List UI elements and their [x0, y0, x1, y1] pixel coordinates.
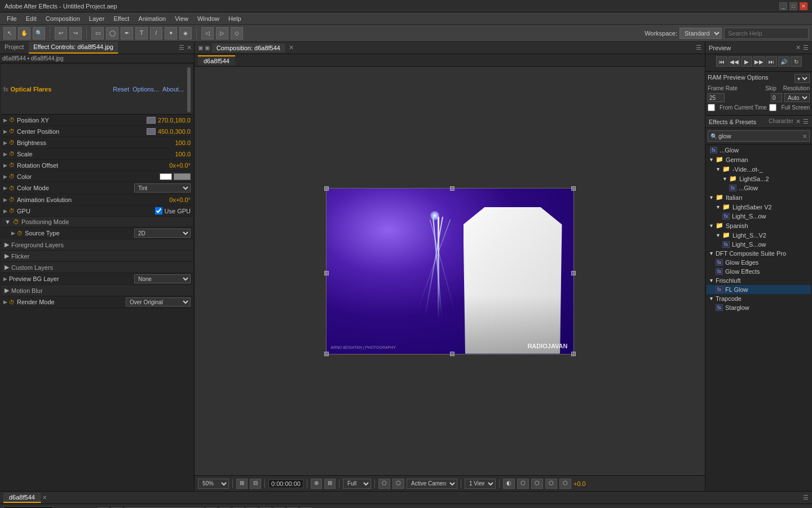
- comp-tab-main[interactable]: Composition: d6a8f544: [212, 43, 285, 52]
- stopwatch-icon-brightness[interactable]: ⏱: [9, 139, 15, 146]
- menu-file[interactable]: File: [2, 14, 21, 23]
- close-button[interactable]: ✕: [800, 2, 807, 10]
- toggle-checkerboard-btn[interactable]: ⬡: [392, 479, 404, 489]
- reset-exposure-btn[interactable]: ⬡: [559, 479, 571, 489]
- effects-search-input[interactable]: [718, 133, 802, 139]
- transform-handle-tm[interactable]: [450, 186, 454, 191]
- color-mode-dropdown[interactable]: Tint: [134, 183, 191, 192]
- menu-edit[interactable]: Edit: [21, 14, 41, 23]
- tree-folder-italian[interactable]: ▼ 📁 Italian: [707, 192, 811, 202]
- menu-view[interactable]: View: [170, 14, 193, 23]
- tool-nav2[interactable]: ▷: [216, 27, 228, 40]
- step-fwd-btn[interactable]: ▶▶: [753, 56, 765, 67]
- resolution-select[interactable]: Auto: [784, 93, 810, 102]
- preview-bg-dropdown[interactable]: None: [134, 274, 191, 283]
- tree-folder-lightsaber2[interactable]: ▼ 📁 LightSa...2: [707, 174, 811, 183]
- crosshair-icon[interactable]: [147, 117, 156, 124]
- tab-effect-controls[interactable]: Effect Controls: d6a8f544.jpg: [29, 42, 118, 54]
- timeline-tab-main[interactable]: d6a8f544: [3, 493, 41, 503]
- ram-options-dropdown[interactable]: ▾: [795, 74, 810, 83]
- preview-menu[interactable]: ☰: [803, 44, 809, 51]
- menu-layer[interactable]: Layer: [85, 14, 109, 23]
- comp-tab-close[interactable]: ✕: [289, 44, 294, 51]
- tree-folder-spanish[interactable]: ▼ 📁 Spanish: [707, 221, 811, 230]
- clear-search-icon[interactable]: ✕: [802, 133, 807, 139]
- camera-select[interactable]: Active Camera: [407, 479, 457, 489]
- tree-effect-light-it[interactable]: fx Light_S...ow: [707, 212, 811, 221]
- stopwatch-icon-anim[interactable]: ⏱: [9, 196, 15, 203]
- section-foreground-layers[interactable]: ▶ Foreground Layers: [1, 239, 193, 251]
- search-input[interactable]: [724, 28, 809, 39]
- twirl-rotation[interactable]: ▶: [3, 163, 7, 168]
- twirl-position-xy[interactable]: ▶: [3, 117, 7, 123]
- loop-btn[interactable]: ↻: [791, 56, 802, 67]
- tree-effect-light-sp[interactable]: fx Light_S...ow: [707, 240, 811, 249]
- timeline-tab-close[interactable]: ✕: [42, 494, 47, 501]
- transform-handle-mr[interactable]: [571, 271, 576, 275]
- tree-item-glow-top[interactable]: fx ...Glow: [707, 146, 811, 155]
- crosshair-icon-2[interactable]: [147, 128, 156, 135]
- stopwatch-render-mode[interactable]: ⏱: [9, 299, 15, 305]
- twirl-color[interactable]: ▶: [3, 174, 7, 179]
- tab-project[interactable]: Project: [0, 42, 29, 54]
- full-screen-checkbox[interactable]: [769, 104, 776, 111]
- stopwatch-icon-rotation[interactable]: ⏱: [9, 162, 15, 168]
- tree-folder-lightsaberv2[interactable]: ▼ 📁 LightSaber V2: [707, 202, 811, 212]
- grid-btn[interactable]: ⊞: [324, 479, 336, 489]
- tree-folder-video[interactable]: ▼ 📁 -Vide...ot-_: [707, 164, 811, 174]
- reset-button[interactable]: Reset: [113, 86, 129, 93]
- effects-menu[interactable]: ☰: [803, 118, 809, 125]
- tree-group-trapcode[interactable]: ▼ Trapcode: [707, 294, 811, 303]
- play-stop-btn[interactable]: ▶: [741, 56, 752, 67]
- tool-rect[interactable]: ▭: [91, 27, 104, 40]
- effects-tab-alt[interactable]: Character: [769, 118, 793, 125]
- twirl-preview-bg[interactable]: ▶: [3, 276, 7, 282]
- tree-effect-starglow[interactable]: fx Starglow: [707, 303, 811, 312]
- about-button[interactable]: About...: [162, 86, 184, 93]
- snap-btn[interactable]: ⊕: [311, 479, 322, 489]
- tree-folder-german[interactable]: ▼ 📁 German: [707, 155, 811, 164]
- tool-select[interactable]: ↖: [3, 27, 16, 40]
- tree-group-frischluft[interactable]: ▼ Frischluft: [707, 276, 811, 285]
- transform-handle-tl[interactable]: [324, 186, 329, 191]
- stopwatch-icon-colormode[interactable]: ⏱: [9, 185, 15, 191]
- section-custom-layers[interactable]: ▶ Custom Layers: [1, 262, 193, 273]
- transform-handle-bm[interactable]: [450, 352, 454, 356]
- gpu-checkbox[interactable]: [155, 207, 162, 214]
- prop-value-brightness[interactable]: 100.0: [175, 139, 191, 146]
- step-back-btn[interactable]: ◀◀: [729, 56, 740, 67]
- comp-inner-tab[interactable]: d6a8f544: [198, 55, 235, 65]
- stopwatch-icon-scale[interactable]: ⏱: [9, 151, 15, 157]
- tool-stamp[interactable]: ✦: [165, 27, 177, 40]
- frame-rate-input[interactable]: [708, 93, 725, 102]
- tool-puppet[interactable]: ◈: [179, 27, 192, 40]
- prop-value-center[interactable]: 450.0,300.0: [158, 128, 191, 135]
- stopwatch-icon-gpu[interactable]: ⏱: [9, 208, 15, 214]
- workspace-select[interactable]: Standard: [679, 28, 722, 39]
- tool-text[interactable]: T: [135, 27, 148, 40]
- prop-value-scale[interactable]: 100.0: [175, 151, 191, 157]
- prop-value-position-xy[interactable]: 270.0,180.0: [158, 117, 191, 124]
- skip-input[interactable]: [771, 93, 782, 102]
- timecode-display[interactable]: 0:00:00:00: [268, 479, 303, 488]
- tree-effect-glow-edges[interactable]: fx Glow Edges: [707, 258, 811, 267]
- render-btn[interactable]: ⬡: [517, 479, 529, 489]
- transform-handle-bl[interactable]: [324, 352, 329, 356]
- twirl-color-mode[interactable]: ▶: [3, 185, 7, 191]
- color-swatch-gradient[interactable]: [174, 173, 191, 180]
- twirl-brightness[interactable]: ▶: [3, 140, 7, 146]
- go-last-btn[interactable]: ⏭: [766, 56, 777, 67]
- menu-window[interactable]: Window: [193, 14, 224, 23]
- twirl-center-position[interactable]: ▶: [3, 129, 7, 134]
- menu-composition[interactable]: Composition: [41, 14, 85, 23]
- stopwatch-icon-center[interactable]: ⏱: [9, 128, 15, 134]
- render-mode-dropdown[interactable]: Over Original: [126, 297, 191, 306]
- preview-tab-close[interactable]: ✕: [796, 44, 801, 51]
- panel-close-icon[interactable]: ✕: [187, 44, 192, 51]
- minimize-button[interactable]: _: [779, 2, 787, 10]
- twirl-source-type[interactable]: ▶: [11, 230, 15, 236]
- exposure-btn[interactable]: ◐: [503, 479, 515, 489]
- toggle-alpha-btn[interactable]: ⬡: [378, 479, 390, 489]
- tree-group-dft[interactable]: ▼ DFT Composite Suite Pro: [707, 249, 811, 258]
- menu-animation[interactable]: Animation: [134, 14, 170, 23]
